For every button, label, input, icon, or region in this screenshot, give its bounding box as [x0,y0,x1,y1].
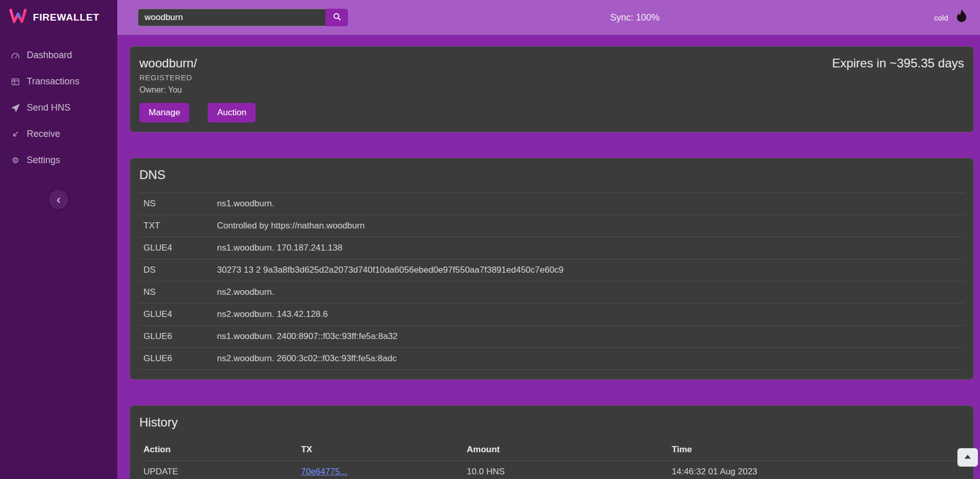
chevron-left-icon: ‹ [57,193,61,206]
caret-up-icon [964,454,971,462]
dns-record-value: ns2.woodburn. [217,287,960,297]
dns-record-value: ns2.woodburn. 143.42.128.6 [217,309,960,320]
history-col-tx: TX [301,445,466,455]
sidebar-nav: Dashboard Transactions Send HNS Receive [0,42,117,173]
dns-record-value: ns1.woodburn. 170.187.241.138 [217,243,960,253]
wallet-mode-label: cold [934,13,948,22]
main-column: Sync: 100% cold woodburn/ REGISTERED Own… [117,0,980,479]
dns-record-row: GLUE6 ns1.woodburn. 2400:8907::f03c:93ff… [139,325,964,347]
dns-record-row: NS ns1.woodburn. [139,192,964,215]
sidebar-item-transactions[interactable]: Transactions [0,68,117,95]
firewallet-logo-icon [8,8,28,27]
sidebar-item-label: Transactions [27,76,79,87]
search-group [138,9,348,26]
dns-record-row: TXT Controlled by https://nathan.woodbur… [139,215,964,237]
sidebar-item-label: Send HNS [27,102,70,113]
history-time: 14:46:32 01 Aug 2023 [672,467,960,477]
scroll-to-top-button[interactable] [957,448,978,467]
sidebar-item-receive[interactable]: Receive [0,121,117,147]
dns-record-value: ns1.woodburn. [217,199,960,209]
dns-record-type: TXT [143,221,217,231]
sidebar-item-label: Dashboard [27,50,72,61]
domain-owner: Owner: You [139,85,256,95]
sync-status: Sync: 100% [610,12,660,23]
brand-name: FIREWALLET [33,12,99,23]
history-action: UPDATE [143,467,301,477]
brand[interactable]: FIREWALLET [0,0,117,35]
search-button[interactable] [325,9,348,26]
search-input[interactable] [138,9,325,26]
history-col-amount: Amount [467,445,672,455]
history-table: Action TX Amount Time UPDATE 70e64775...… [139,439,964,479]
flame-icon [953,8,971,27]
settings-icon: ⚙ [10,155,21,165]
sidebar-collapse-button[interactable]: ‹ [49,190,68,209]
dns-record-type: DS [143,265,217,275]
dashboard-icon [10,51,21,60]
dns-record-value: ns1.woodburn. 2400:8907::f03c:93ff:fe5a:… [217,331,960,342]
history-header-row: Action TX Amount Time [139,439,964,461]
manage-button[interactable]: Manage [139,103,189,122]
dns-title: DNS [139,168,964,182]
dns-record-type: NS [143,199,217,209]
history-col-time: Time [672,445,960,455]
history-card: History Action TX Amount Time UPDATE 70e… [130,405,974,479]
history-row: UPDATE 70e64775... 10.0 HNS 14:46:32 01 … [139,461,964,479]
sidebar-item-send-hns[interactable]: Send HNS [0,95,117,121]
dns-card: DNS NS ns1.woodburn. TXT Controlled by h… [130,158,974,380]
history-title: History [139,415,964,430]
dns-record-row: DS 30273 13 2 9a3a8fb3d625d2a2073d740f10… [139,259,964,281]
app-root: FIREWALLET Dashboard Transactions Send H… [0,0,980,479]
expires-label: Expires in ~395.35 days [832,56,964,70]
sidebar: FIREWALLET Dashboard Transactions Send H… [0,0,117,479]
sidebar-item-dashboard[interactable]: Dashboard [0,42,117,68]
dns-record-type: GLUE6 [143,331,217,342]
history-amount: 10.0 HNS [467,467,672,477]
domain-title: woodburn/ [139,56,256,70]
send-icon [10,103,21,113]
domain-buttons: Manage Auction [139,103,256,122]
dns-record-type: GLUE4 [143,243,217,253]
sidebar-item-settings[interactable]: ⚙ Settings [0,147,117,173]
dns-record-row: GLUE6 ns2.woodburn. 2600:3c02::f03c:93ff… [139,347,964,370]
domain-card: woodburn/ REGISTERED Owner: You Manage A… [130,46,974,132]
dns-record-type: NS [143,287,217,297]
receive-icon [10,130,21,139]
history-col-action: Action [143,445,301,455]
domain-status: REGISTERED [139,73,256,82]
wallet-mode-group: cold [934,8,971,27]
topbar: Sync: 100% cold [117,0,980,35]
dns-record-type: GLUE4 [143,309,217,320]
sidebar-item-label: Receive [27,129,60,139]
dns-record-row: GLUE4 ns2.woodburn. 143.42.128.6 [139,303,964,325]
transactions-icon [10,77,21,86]
dns-record-type: GLUE6 [143,353,217,364]
dns-record-value: ns2.woodburn. 2600:3c02::f03c:93ff:fe5a:… [217,353,960,364]
dns-table: NS ns1.woodburn. TXT Controlled by https… [139,192,964,370]
dns-record-row: GLUE4 ns1.woodburn. 170.187.241.138 [139,237,964,259]
tx-link[interactable]: 70e64775... [301,467,347,476]
auction-button[interactable]: Auction [208,103,256,122]
domain-info: woodburn/ REGISTERED Owner: You Manage A… [139,56,256,122]
sidebar-item-label: Settings [27,155,60,166]
dns-record-value: 30273 13 2 9a3a8fb3d625d2a2073d740f10da6… [217,265,960,275]
dns-record-row: NS ns2.woodburn. [139,281,964,303]
dns-record-value: Controlled by https://nathan.woodburn [217,221,960,231]
search-icon [333,12,341,23]
content: woodburn/ REGISTERED Owner: You Manage A… [117,35,980,479]
